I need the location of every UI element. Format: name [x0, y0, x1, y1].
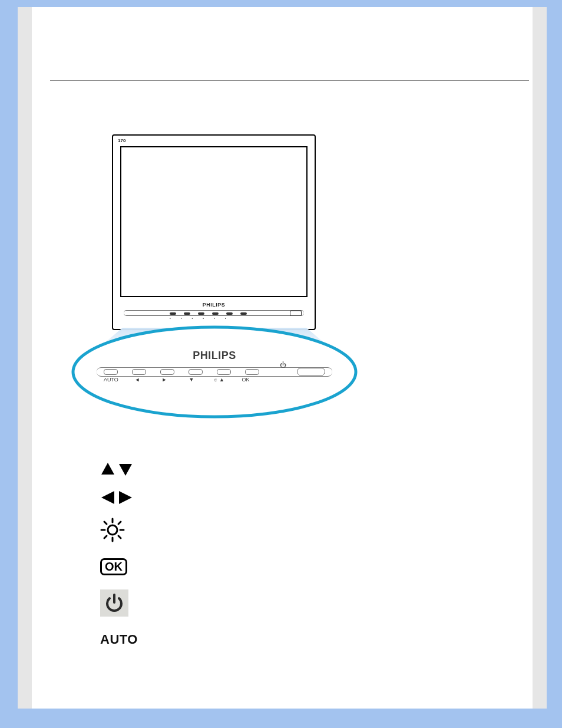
- bezel-closeup: PHILIPS AUTO ◄ ► ▼ ☼ ▲ OK ⏻: [71, 325, 358, 419]
- auto-icon: AUTO: [100, 632, 151, 647]
- svg-marker-3: [119, 464, 132, 476]
- monitor-brand-label: PHILIPS: [113, 302, 315, 308]
- closeup-button: [160, 369, 174, 375]
- power-icon: [100, 589, 151, 617]
- svg-line-14: [104, 536, 107, 538]
- controls-legend: OK AUTO: [100, 455, 365, 658]
- monitor-screen: [120, 146, 308, 297]
- closeup-button: [104, 369, 118, 375]
- legend-row-left-right: [100, 483, 365, 512]
- monitor-mini-button: [240, 312, 247, 315]
- svg-line-11: [104, 522, 107, 524]
- brightness-icon: [100, 518, 151, 542]
- closeup-button: [132, 369, 146, 375]
- closeup-button: [189, 369, 203, 375]
- legend-row-power: [100, 585, 365, 621]
- ok-icon: OK: [100, 558, 151, 575]
- svg-marker-5: [119, 491, 132, 504]
- monitor-mini-button: [198, 312, 204, 315]
- closeup-buttons: [104, 369, 259, 375]
- svg-marker-2: [101, 463, 114, 475]
- horizontal-rule: [50, 80, 529, 81]
- closeup-button: [245, 369, 259, 375]
- document-page: 170 PHILIPS ••••••: [18, 7, 547, 709]
- svg-line-12: [118, 536, 121, 538]
- page-margin-left: [18, 7, 32, 709]
- legend-row-ok: OK: [100, 548, 365, 585]
- svg-marker-4: [101, 491, 114, 504]
- ok-label: OK: [100, 558, 127, 575]
- monitor-mini-button: [170, 312, 176, 315]
- closeup-label-right: ►: [158, 377, 171, 383]
- page-margin-right: [533, 7, 547, 709]
- monitor-model-label: 170: [118, 138, 125, 143]
- closeup-label-ok: OK: [239, 377, 252, 383]
- closeup-power-button: [297, 368, 325, 376]
- legend-row-brightness: [100, 512, 365, 548]
- legend-row-up-down: [100, 455, 365, 483]
- closeup-label-auto: AUTO: [104, 377, 117, 383]
- svg-point-6: [108, 525, 117, 535]
- legend-row-auto: AUTO: [100, 621, 365, 658]
- closeup-label-down: ▼: [185, 377, 198, 383]
- monitor-illustration: 170 PHILIPS ••••••: [112, 134, 316, 330]
- up-down-icon: [100, 462, 151, 477]
- auto-label: AUTO: [100, 632, 138, 647]
- monitor-mini-button: [184, 312, 190, 315]
- monitor-mini-power: [290, 311, 302, 316]
- closeup-label-left: ◄: [131, 377, 144, 383]
- svg-line-13: [118, 522, 121, 524]
- closeup-brand-label: PHILIPS: [97, 350, 332, 362]
- closeup-panel: PHILIPS AUTO ◄ ► ▼ ☼ ▲ OK ⏻: [97, 350, 332, 385]
- closeup-button: [217, 369, 231, 375]
- closeup-button-labels: AUTO ◄ ► ▼ ☼ ▲ OK: [104, 377, 252, 383]
- monitor-mini-button: [226, 312, 233, 315]
- monitor-button-ticks: ••••••: [170, 317, 226, 320]
- monitor-mini-button: [212, 312, 219, 315]
- left-right-icon: [100, 490, 151, 505]
- monitor-buttons: [170, 312, 247, 315]
- closeup-label-brightness-up: ☼ ▲: [212, 377, 225, 383]
- closeup-power-glyph: ⏻: [280, 361, 286, 368]
